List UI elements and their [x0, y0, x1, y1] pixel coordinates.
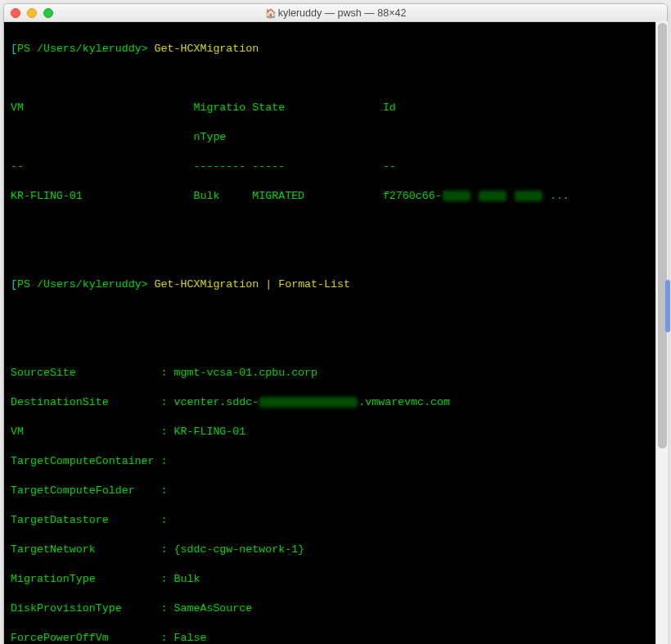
external-scrollbar-thumb[interactable] [665, 280, 670, 332]
command-2: Get-HCXMigration | Format-List [155, 278, 350, 290]
table-row: KR-FLING-01 Bulk MIGRATED f2760c66- ... [11, 189, 660, 204]
window-controls [11, 8, 53, 18]
home-icon: 🏠 [265, 8, 277, 18]
terminal-body[interactable]: [PS /Users/kyleruddy> Get-HCXMigration V… [4, 22, 667, 644]
list-item: TargetComputeFolder : [11, 484, 660, 498]
table-header: VM Migratio State Id [11, 101, 660, 115]
command-1: Get-HCXMigration [155, 43, 259, 55]
titlebar[interactable]: 🏠kyleruddy — pwsh — 88×42 [4, 4, 667, 22]
scrollbar[interactable] [655, 21, 668, 644]
terminal-window: 🏠kyleruddy — pwsh — 88×42 [PS /Users/kyl… [3, 3, 668, 644]
list-item: TargetComputeContainer : [11, 454, 660, 469]
prompt-line-2: [PS /Users/kyleruddy> Get-HCXMigration |… [11, 277, 660, 292]
scrollbar-thumb[interactable] [658, 23, 667, 448]
list-item: VM : KR-FLING-01 [11, 425, 660, 439]
zoom-icon[interactable] [43, 8, 53, 18]
minimize-icon[interactable] [27, 8, 37, 18]
table-separator: -- -------- ----- -- [11, 160, 660, 174]
list-item: DestinationSite : vcenter.sddc-.vmwarevm… [11, 395, 660, 410]
list-item: DiskProvisionType : SameAsSource [11, 601, 660, 616]
window-title: 🏠kyleruddy — pwsh — 88×42 [4, 7, 667, 19]
close-icon[interactable] [11, 8, 20, 18]
list-item: MigrationType : Bulk [11, 572, 660, 587]
list-item: TargetDatastore : [11, 513, 660, 528]
list-item: TargetNetwork : {sddc-cgw-network-1} [11, 543, 660, 557]
list-item: ForcePowerOffVm : False [11, 631, 660, 644]
prompt-line-1: [PS /Users/kyleruddy> Get-HCXMigration [11, 42, 660, 56]
list-item: SourceSite : mgmt-vcsa-01.cpbu.corp [11, 366, 660, 381]
